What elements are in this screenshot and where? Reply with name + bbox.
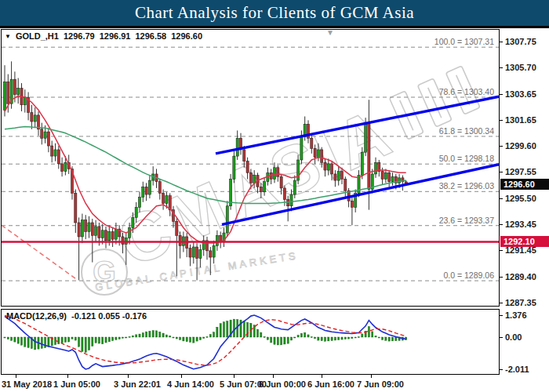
macd-histogram-bar xyxy=(173,337,174,338)
candle-up xyxy=(34,115,36,122)
candle-up xyxy=(129,228,131,238)
candle-down xyxy=(162,193,165,203)
candle-up xyxy=(293,180,296,194)
fib-level-label: 23.6 = 1293.37 xyxy=(439,216,495,225)
macd-histogram-bar xyxy=(149,331,151,337)
symbol-label: GOLD_,H1 xyxy=(16,31,59,41)
macd-histogram-bar xyxy=(331,337,333,340)
macd-histogram-bar xyxy=(287,337,289,343)
candle-up xyxy=(365,123,367,153)
candle-up xyxy=(95,227,97,235)
macd-histogram-bar xyxy=(321,337,322,341)
symbol-dropdown-icon[interactable]: ▼ xyxy=(5,33,11,40)
dashed-trendline[interactable] xyxy=(2,225,76,279)
candle-down xyxy=(78,223,80,237)
candle-up xyxy=(233,156,235,179)
candle-down xyxy=(104,230,107,241)
macd-histogram-bar xyxy=(253,325,255,337)
macd-histogram-bar xyxy=(139,334,140,337)
candle-up xyxy=(361,152,363,175)
macd-histogram-bar xyxy=(193,337,195,343)
candle-down xyxy=(41,129,43,138)
macd-histogram-bar xyxy=(162,333,164,337)
symbol-header: ▼ GOLD_,H1 1296.79 1296.91 1296.58 1296.… xyxy=(5,31,202,41)
candle-down xyxy=(324,162,326,170)
macd-histogram-bar xyxy=(385,337,387,340)
candle-down xyxy=(61,164,64,172)
macd-histogram-bar xyxy=(351,337,353,339)
macd-histogram-bar xyxy=(375,336,376,337)
macd-histogram-bar xyxy=(314,337,316,339)
candle-up xyxy=(264,182,266,192)
macd-histogram-bar xyxy=(152,331,154,337)
candle-down xyxy=(98,227,100,238)
candle-down xyxy=(351,201,353,207)
candle-up xyxy=(44,132,46,138)
candle-up xyxy=(132,217,134,227)
candle-up xyxy=(391,176,394,182)
candle-up xyxy=(290,194,293,206)
candle-down xyxy=(243,150,245,162)
candle-up xyxy=(64,162,67,171)
candle-down xyxy=(249,172,252,183)
macd-histogram-bar xyxy=(159,332,161,337)
candle-down xyxy=(31,113,33,122)
macd-histogram-bar xyxy=(7,337,9,339)
candle-up xyxy=(216,235,218,245)
macd-histogram-bar xyxy=(118,337,120,339)
macd-histogram-bar xyxy=(112,337,114,341)
macd-values: -0.121 0.055 -0.176 xyxy=(71,311,147,321)
macd-histogram-bar xyxy=(14,337,16,342)
macd-histogram-bar xyxy=(132,336,133,337)
candle-down xyxy=(196,247,198,259)
macd-histogram-bar xyxy=(271,337,272,343)
macd-histogram-bar xyxy=(297,336,299,337)
macd-histogram-bar xyxy=(78,337,80,347)
candle-up xyxy=(213,245,215,257)
macd-histogram-bar xyxy=(324,337,325,341)
macd-histogram-bar xyxy=(334,337,336,340)
macd-histogram-bar xyxy=(24,337,26,347)
candle-up xyxy=(253,176,256,183)
macd-histogram-bar xyxy=(102,337,104,344)
macd-header: MACD(12,26,9) -0.121 0.055 -0.176 xyxy=(6,311,147,321)
macd-histogram-bar xyxy=(165,335,167,337)
macd-histogram-bar xyxy=(155,331,157,337)
macd-histogram-bar xyxy=(11,337,13,340)
macd-histogram-bar xyxy=(382,337,384,339)
macd-histogram-bar xyxy=(304,332,306,337)
candle-down xyxy=(13,79,16,95)
macd-histogram-bar xyxy=(92,337,93,346)
candle-down xyxy=(75,193,77,223)
candle-down xyxy=(85,220,87,232)
macd-histogram-bar xyxy=(264,336,265,337)
candle-down xyxy=(7,82,9,103)
macd-histogram-bar xyxy=(115,337,117,339)
chart-canvas[interactable]: GCMASIAGLOBAL CAPITAL MARKETS100.0 = 130… xyxy=(0,0,549,392)
macd-histogram-bar xyxy=(61,337,63,343)
candle-up xyxy=(273,168,275,180)
macd-histogram-bar xyxy=(196,337,198,341)
candle-down xyxy=(321,150,323,162)
macd-histogram-bar xyxy=(388,337,390,341)
candle-down xyxy=(340,172,343,180)
macd-histogram-bar xyxy=(213,332,215,337)
candle-down xyxy=(51,146,53,156)
macd-histogram-bar xyxy=(41,337,42,348)
ohlc-open: 1296.79 xyxy=(64,31,95,41)
macd-histogram-bar xyxy=(146,332,147,337)
candle-up xyxy=(142,187,144,197)
candle-up xyxy=(148,180,151,194)
macd-histogram-bar xyxy=(341,337,343,339)
macd-histogram-bar xyxy=(391,337,393,341)
candle-down xyxy=(311,138,313,148)
fib-level-label: 38.2 = 1296.03 xyxy=(439,181,495,191)
candle-down xyxy=(91,223,93,235)
candle-up xyxy=(297,160,300,180)
macd-histogram-bar xyxy=(260,332,262,337)
macd-label: MACD(12,26,9) xyxy=(6,311,67,321)
macd-histogram-bar xyxy=(108,337,110,342)
fib-level-label: 61.8 = 1300.34 xyxy=(439,126,495,136)
candle-down xyxy=(314,148,316,157)
candle-up xyxy=(226,206,228,233)
